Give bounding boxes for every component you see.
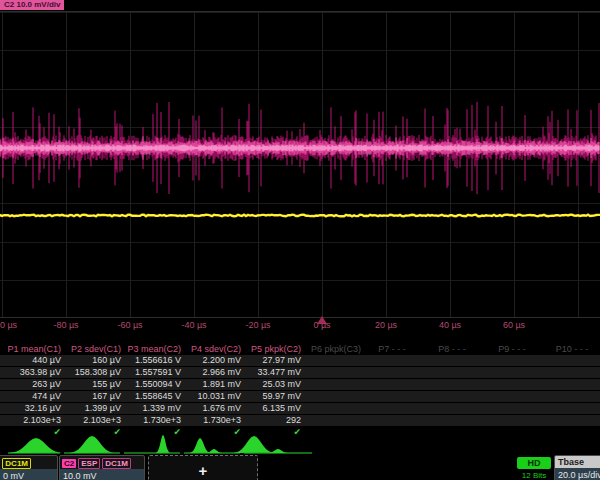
- time-axis-label: -60 µs: [117, 320, 142, 330]
- measure-cell[interactable]: 1.730e+3: [123, 415, 183, 426]
- measure-cell[interactable]: 292: [243, 415, 303, 426]
- measure-cell[interactable]: 440 µV: [3, 355, 63, 366]
- c1-coupling-badge: DC1M: [2, 458, 31, 469]
- measure-cell[interactable]: 158.308 µV: [63, 367, 123, 378]
- measure-cell[interactable]: 2.103e+3: [3, 415, 63, 426]
- measure-cell[interactable]: 263 µV: [3, 379, 63, 390]
- channel-c2-descriptor[interactable]: C2 ESP DC1M 10.0 mV: [59, 455, 145, 480]
- plus-icon: +: [199, 463, 208, 478]
- add-trace-button[interactable]: +: [148, 455, 258, 480]
- measure-cell[interactable]: 6.135 mV: [243, 403, 303, 414]
- measure-cell[interactable]: 1.558645 V: [123, 391, 183, 402]
- measure-cell[interactable]: 32.16 µV: [3, 403, 63, 414]
- measure-cell[interactable]: 160 µV: [63, 355, 123, 366]
- measure-cell[interactable]: 474 µV: [3, 391, 63, 402]
- measure-header-unused[interactable]: P9 - - -: [483, 343, 543, 355]
- descriptor-bar: DC1M 0 mV C2 ESP DC1M 10.0 mV + HD 12 Bi…: [0, 455, 600, 480]
- time-axis-label: 20 µs: [375, 320, 397, 330]
- measure-header[interactable]: P3 mean(C2): [123, 343, 183, 355]
- measure-cell[interactable]: 1.730e+3: [183, 415, 243, 426]
- measure-cell[interactable]: 1.676 mV: [183, 403, 243, 414]
- c2-label-badge: C2: [62, 459, 76, 468]
- measure-value-row: 440 µV160 µV1.556616 V2.200 mV27.97 mV: [0, 355, 600, 367]
- histicon-peak: [10, 438, 62, 453]
- timebase-descriptor[interactable]: Tbase 20.0 µs/div: [554, 455, 600, 480]
- measure-header-unused[interactable]: P6 pkpk(C3): [303, 343, 363, 355]
- histicon-peak: [70, 436, 114, 453]
- time-axis-label: 60 µs: [503, 320, 525, 330]
- measure-header[interactable]: P4 sdev(C2): [183, 343, 243, 355]
- time-axis-label: 0 µs: [313, 320, 330, 330]
- measure-header-unused[interactable]: P10 - - -: [543, 343, 600, 355]
- measure-cell[interactable]: 25.03 mV: [243, 379, 303, 390]
- measure-cell[interactable]: 33.477 mV: [243, 367, 303, 378]
- measure-header-row: P1 mean(C1)P2 sdev(C1)P3 mean(C2)P4 sdev…: [0, 343, 600, 355]
- measure-value-row: 32.16 µV1.399 µV1.339 mV1.676 mV6.135 mV: [0, 403, 600, 415]
- c1-scale-value: 0 mV: [0, 469, 57, 480]
- measure-header[interactable]: P5 pkpk(C2): [243, 343, 303, 355]
- oscilloscope-screen: C2 10.0 mV/div -100 µs-80 µs-60 µs-40 µs…: [0, 0, 600, 480]
- measure-cell[interactable]: 1.339 mV: [123, 403, 183, 414]
- measure-header-unused[interactable]: P7 - - -: [363, 343, 423, 355]
- measure-cell[interactable]: 155 µV: [63, 379, 123, 390]
- histicon-peak: [234, 436, 274, 453]
- histicon-strip: [0, 432, 600, 456]
- measure-cell[interactable]: 1.891 mV: [183, 379, 243, 390]
- time-axis-label: 40 µs: [439, 320, 461, 330]
- measure-cell[interactable]: 1.399 µV: [63, 403, 123, 414]
- timebase-title: Tbase: [555, 456, 600, 468]
- measure-value-row: 2.103e+32.103e+31.730e+31.730e+3292: [0, 415, 600, 427]
- measure-cell[interactable]: 167 µV: [63, 391, 123, 402]
- measure-cell[interactable]: 2.966 mV: [183, 367, 243, 378]
- measure-cell[interactable]: 59.97 mV: [243, 391, 303, 402]
- measure-value-row: 263 µV155 µV1.550094 V1.891 mV25.03 mV: [0, 379, 600, 391]
- time-axis-label: -100 µs: [0, 320, 17, 330]
- measure-cell[interactable]: 363.98 µV: [3, 367, 63, 378]
- measure-header[interactable]: P1 mean(C1): [3, 343, 63, 355]
- c2-scale-value: 10.0 mV: [60, 469, 144, 480]
- waveform-traces: [0, 12, 600, 319]
- measure-header-unused[interactable]: P8 - - -: [423, 343, 483, 355]
- time-axis-label: -80 µs: [53, 320, 78, 330]
- hd-badge: HD: [517, 457, 551, 469]
- time-axis-label: -40 µs: [181, 320, 206, 330]
- c2-filter-badge: ESP: [78, 458, 100, 469]
- time-axis: -100 µs-80 µs-60 µs-40 µs-20 µs0 µs20 µs…: [0, 320, 600, 332]
- channel-c1-descriptor[interactable]: DC1M 0 mV: [0, 455, 58, 480]
- measure-cell[interactable]: 1.550094 V: [123, 379, 183, 390]
- measure-cell[interactable]: 1.556616 V: [123, 355, 183, 366]
- measure-value-row: 363.98 µV158.308 µV1.557591 V2.966 mV33.…: [0, 367, 600, 379]
- timebase-value: 20.0 µs/div: [555, 468, 600, 480]
- measure-value-row: 474 µV167 µV1.558645 V10.031 mV59.97 mV: [0, 391, 600, 403]
- c1-descriptor-title: DC1M: [0, 456, 57, 469]
- histicon-peak: [156, 435, 170, 453]
- measure-cell[interactable]: 10.031 mV: [183, 391, 243, 402]
- measurement-table: P1 mean(C1)P2 sdev(C1)P3 mean(C2)P4 sdev…: [0, 343, 600, 438]
- c2-descriptor-title: C2 ESP DC1M: [60, 456, 144, 469]
- time-axis-label: -20 µs: [245, 320, 270, 330]
- measure-cell[interactable]: 2.200 mV: [183, 355, 243, 366]
- measure-header[interactable]: P2 sdev(C1): [63, 343, 123, 355]
- histicon-peak: [190, 438, 210, 453]
- measure-cell[interactable]: 27.97 mV: [243, 355, 303, 366]
- measure-cell[interactable]: 1.557591 V: [123, 367, 183, 378]
- hd-bits-label: 12 Bits: [517, 471, 551, 480]
- measure-cell[interactable]: 2.103e+3: [63, 415, 123, 426]
- trace-annotation-badge: C2 10.0 mV/div: [0, 0, 64, 10]
- c2-coupling-badge: DC1M: [102, 458, 131, 469]
- waveform-grid[interactable]: [0, 11, 600, 318]
